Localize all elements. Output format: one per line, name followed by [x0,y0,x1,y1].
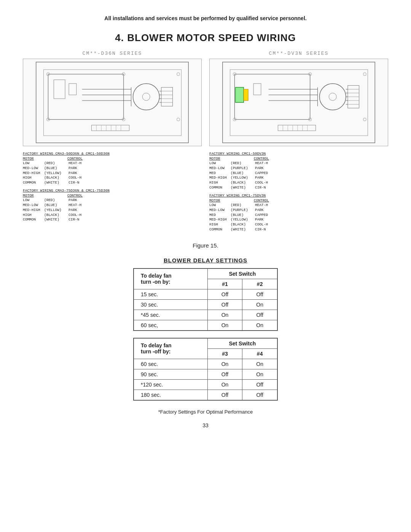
sw1-value: On [207,359,242,369]
wiring-row: COMMON(WHITE)CIR-N [209,227,388,232]
wiring-row: MED-HIGH(YELLOW)PARK [23,171,202,176]
delay-value: *120 sec. [134,379,208,390]
wiring-row: COMMON(WHITE)CIR-N [23,181,202,185]
delay-value: 15 sec. [134,289,208,299]
table-row: 30 sec.OffOn [134,299,277,310]
blower-delay-section: BLOWER DELAY SETTINGS To delay fan turn … [23,257,388,415]
page-number: 33 [23,422,388,428]
wiring-row: MED-LOW(BLUE)HEAT-H [23,203,202,208]
wiring-row: LOW(RED)HEAT-H [209,161,388,166]
wiring-header-row: MOTORCONTROL [23,193,202,198]
wiring-row: MED-HIGH(YELLOW)PARK [209,217,388,222]
svg-rect-11 [161,87,173,106]
right-wiring-tables: FACTORY WIRING CMC1-50DV3NMOTORCONTROLLO… [209,152,388,235]
svg-point-39 [320,83,346,110]
delay-value: *45 sec. [134,310,208,320]
sw2-value: On [242,369,277,379]
table-row: 15 sec.OffOff [134,289,277,299]
delay-table1: To delay fan turn -on by: Set Switch #1 … [134,268,277,331]
svg-rect-1 [44,70,182,136]
wiring-header-row: MOTORCONTROL [209,157,388,161]
svg-rect-34 [230,70,368,136]
wiring-row: MED-LOW(BLUE)PARK [23,166,202,171]
svg-rect-36 [235,87,244,102]
sw2-value: On [242,299,277,310]
right-diagram-box [209,59,388,146]
wiring-section-title: FACTORY WIRING CMC1-50DV3N [209,152,388,156]
diagrams-row: CM**-D36N SERIES [23,51,388,235]
top-notice: All installations and services must be p… [23,15,388,21]
svg-rect-56 [278,125,315,131]
delay-value: 180 sec. [134,390,208,400]
left-series-title: CM**-D36N SERIES [83,51,142,56]
wiring-row: COMMON(WHITE)CIR-N [23,217,202,222]
wiring-section-title: FACTORY WIRING CMA3-75D36N & CMC1-75D36N [23,189,202,193]
wiring-section-title: FACTORY WIRING CMC1-75DV3N [209,193,388,198]
svg-point-6 [142,93,150,101]
left-diagram-box [23,59,202,146]
table2-sw1-header: #3 [207,348,242,359]
svg-rect-37 [244,89,248,101]
sw1-value: Off [207,289,242,299]
left-diagram-col: CM**-D36N SERIES [23,51,202,235]
delay-table2-wrapper: To delay fan turn -off by: Set Switch #3… [133,338,278,401]
table-row: 60 sec,OnOn [134,320,277,330]
sw2-value: Off [242,390,277,400]
wiring-header-row: MOTORCONTROL [23,157,202,161]
sw2-value: On [242,320,277,330]
wiring-row: HIGH(BLACK)COOL-H [209,181,388,185]
svg-rect-38 [253,83,261,95]
section-title: 4. BLOWER MOTOR SPEED WIRING [23,32,388,44]
sw1-value: On [207,320,242,330]
delay-table1-wrapper: To delay fan turn -on by: Set Switch #1 … [133,268,278,331]
sw1-value: On [207,379,242,390]
right-diagram-col: CM**-DV3N SERIES [209,51,388,235]
wiring-row: LOW(RED)HEAT-H [23,161,202,166]
sw1-value: On [207,310,242,320]
table-row: 60 sec.OnOn [134,359,277,369]
sw1-value: Off [207,390,242,400]
svg-point-5 [133,83,159,110]
svg-point-67 [363,73,366,76]
wiring-row: HIGH(BLACK)COOL-H [209,222,388,227]
delay-table2: To delay fan turn -off by: Set Switch #3… [134,338,277,400]
svg-rect-4 [69,83,76,95]
sw1-value: Off [207,299,242,310]
wiring-row: HIGH(BLACK)COOL-H [23,213,202,218]
sw2-value: Off [242,289,277,299]
sw2-value: Off [242,379,277,390]
wiring-row: MED(BLUE)CAPPED [209,213,388,218]
figure-label: Figure 15. [23,242,388,249]
wiring-row: HIGH(BLACK)COOL-H [23,176,202,181]
factory-note: *Factory Settings For Optimal Performanc… [158,409,253,415]
svg-point-32 [177,118,180,121]
wiring-row: MED(BLUE)CAPPED [209,171,388,176]
svg-rect-20 [91,125,129,131]
table2-sw2-header: #4 [242,348,277,359]
blower-delay-title: BLOWER DELAY SETTINGS [164,257,247,264]
delay-value: 30 sec. [134,299,208,310]
wiring-section-title: FACTORY WIRING CMA3-50D36N & CMC1-50D36N [23,152,202,156]
svg-rect-2 [48,74,123,120]
right-series-title: CM**-DV3N SERIES [269,51,329,56]
svg-point-31 [177,73,180,76]
wiring-row: MED-HIGH(YELLOW)PARK [209,176,388,181]
delay-value: 60 sec, [134,320,208,330]
sw2-value: On [242,359,277,369]
table2-col1-header: To delay fan turn -off by: [134,338,208,359]
wiring-header-row: MOTORCONTROL [209,198,388,203]
svg-point-40 [329,93,336,101]
table-row: *120 sec.OnOff [134,379,277,390]
table-row: 90 sec.OffOn [134,369,277,379]
svg-rect-3 [54,80,65,99]
wiring-row: MED-LOW(PURPLE)PARK [209,208,388,213]
table1-col1-header: To delay fan turn -on by: [134,268,208,289]
table2-set-switch-header: Set Switch [207,338,277,348]
delay-value: 90 sec. [134,369,208,379]
sw1-value: Off [207,369,242,379]
table-row: 180 sec.OffOff [134,390,277,400]
delay-value: 60 sec. [134,359,208,369]
svg-point-68 [363,118,366,121]
wiring-row: LOW(RED)PARK [23,198,202,203]
table-row: *45 sec.OnOff [134,310,277,320]
